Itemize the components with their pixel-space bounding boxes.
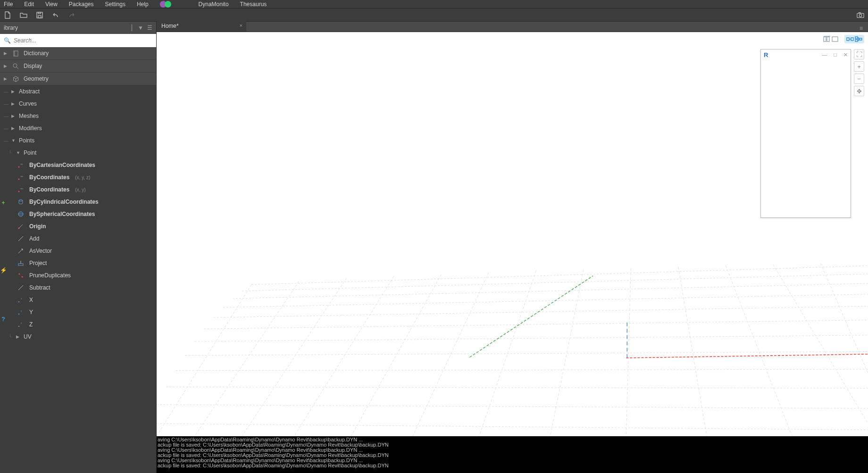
category-dictionary[interactable]: ▶ Dictionary bbox=[0, 47, 156, 60]
nav-cluster: ⛶ + − ✥ bbox=[854, 49, 865, 96]
menu-edit[interactable]: Edit bbox=[24, 1, 34, 8]
svg-text:xyz: xyz bbox=[20, 163, 23, 165]
badge-green bbox=[165, 1, 171, 8]
minimize-icon[interactable]: — bbox=[822, 52, 827, 58]
svg-line-30 bbox=[223, 294, 868, 307]
svg-point-25 bbox=[18, 326, 20, 327]
node-bysphericalcoordinates[interactable]: BySphericalCoordinates bbox=[0, 208, 156, 220]
svg-line-33 bbox=[194, 335, 868, 341]
node-asvector[interactable]: AsVector bbox=[0, 245, 156, 257]
sub-abstract[interactable]: —▶Abstract bbox=[0, 85, 156, 98]
node-add[interactable]: Add bbox=[0, 232, 156, 245]
tab-close-icon[interactable]: × bbox=[240, 23, 242, 28]
node-bycoordinates[interactable]: xyzByCoordinates(x, y, z) bbox=[0, 171, 156, 183]
origin-icon bbox=[17, 223, 25, 230]
save-file-icon[interactable] bbox=[36, 11, 43, 19]
node-bycoordinates[interactable]: xyzByCoordinates(x, y) bbox=[0, 183, 156, 196]
svg-text:x: x bbox=[21, 297, 22, 300]
sub-uv[interactable]: └▶UV bbox=[0, 331, 156, 343]
svg-rect-60 bbox=[860, 38, 862, 40]
node-subtract[interactable]: Subtract bbox=[0, 282, 156, 294]
node-label: BySphericalCoordinates bbox=[29, 211, 95, 217]
menu-packages[interactable]: Packages bbox=[69, 1, 94, 8]
zoom-out-button[interactable]: − bbox=[854, 74, 864, 84]
open-file-icon[interactable] bbox=[20, 11, 27, 19]
revit-logo: R bbox=[764, 51, 768, 58]
undo-icon[interactable] bbox=[52, 11, 59, 19]
sub-meshes[interactable]: —▶Meshes bbox=[0, 110, 156, 122]
fit-view-button[interactable]: ⛶ bbox=[854, 49, 864, 59]
sub-point[interactable]: └▼Point bbox=[0, 147, 156, 159]
svg-line-32 bbox=[204, 320, 868, 329]
node-hint: (x, y, z) bbox=[75, 175, 90, 180]
node-label: ByCylindricalCoordinates bbox=[29, 199, 99, 205]
node-origin[interactable]: Origin bbox=[0, 220, 156, 232]
filter-icon[interactable]: ⎪ bbox=[130, 25, 134, 31]
category-geometry[interactable]: ▶ Geometry bbox=[0, 73, 156, 85]
project-icon bbox=[17, 260, 25, 266]
axis-y-icon: y bbox=[17, 309, 25, 315]
maximize-icon[interactable]: □ bbox=[834, 52, 837, 58]
category-label: Display bbox=[24, 63, 42, 69]
svg-line-46 bbox=[550, 269, 583, 436]
svg-rect-56 bbox=[847, 38, 849, 41]
zoom-in-button[interactable]: + bbox=[854, 61, 864, 72]
svg-point-21 bbox=[18, 301, 20, 303]
node-label: PruneDuplicates bbox=[29, 272, 71, 279]
view-mode-graph[interactable] bbox=[844, 35, 864, 43]
node-x[interactable]: xX bbox=[0, 294, 156, 306]
sort-icon[interactable]: ▼ bbox=[138, 25, 143, 31]
node-bycylindricalcoordinates[interactable]: ByCylindricalCoordinates bbox=[0, 196, 156, 208]
menu-view[interactable]: View bbox=[45, 1, 58, 8]
prune-icon bbox=[17, 272, 25, 279]
node-z[interactable]: zZ bbox=[0, 318, 156, 331]
svg-line-47 bbox=[626, 268, 631, 436]
search-input[interactable] bbox=[14, 37, 152, 44]
svg-line-44 bbox=[413, 273, 489, 436]
tab-home[interactable]: Home* × bbox=[157, 21, 246, 32]
list-icon[interactable]: ☰ bbox=[147, 25, 152, 31]
svg-point-16 bbox=[18, 213, 23, 215]
cube-icon bbox=[12, 76, 19, 82]
new-file-icon[interactable] bbox=[4, 11, 11, 19]
sub-points[interactable]: —▼Points bbox=[0, 134, 156, 147]
category-label: Dictionary bbox=[24, 50, 49, 57]
redo-icon[interactable] bbox=[68, 11, 75, 19]
canvas-3d[interactable]: ⛶ + − ✥ R — □ ✕ bbox=[157, 32, 868, 436]
menu-settings[interactable]: Settings bbox=[105, 1, 125, 8]
node-pruneduplicates[interactable]: PruneDuplicates bbox=[0, 269, 156, 282]
svg-rect-18 bbox=[18, 264, 23, 266]
node-project[interactable]: Project bbox=[0, 257, 156, 269]
svg-point-14 bbox=[19, 200, 23, 201]
svg-rect-6 bbox=[14, 51, 18, 56]
svg-line-36 bbox=[166, 387, 868, 389]
category-display[interactable]: ▶ Display bbox=[0, 60, 156, 73]
close-icon[interactable]: ✕ bbox=[843, 52, 848, 58]
plugin-dynamonito[interactable]: DynaMonito bbox=[199, 1, 229, 8]
view-mode-geometry[interactable] bbox=[821, 35, 841, 43]
panel-titlebar: R — □ ✕ bbox=[761, 50, 851, 60]
svg-line-52 bbox=[470, 276, 593, 357]
node-label: ByCoordinates bbox=[29, 174, 69, 181]
chevron-right-icon: ▶ bbox=[4, 76, 8, 81]
node-label: Origin bbox=[29, 223, 46, 230]
svg-point-15 bbox=[18, 212, 23, 216]
node-y[interactable]: yY bbox=[0, 306, 156, 318]
sub-curves[interactable]: —▶Curves bbox=[0, 98, 156, 110]
plugin-thesaurus[interactable]: Thesaurus bbox=[240, 1, 267, 8]
svg-text:y: y bbox=[21, 309, 22, 312]
svg-text:z: z bbox=[21, 322, 22, 324]
pan-button[interactable]: ✥ bbox=[854, 86, 864, 96]
menu-file[interactable]: File bbox=[4, 1, 13, 8]
camera-icon[interactable] bbox=[857, 11, 864, 19]
svg-point-19 bbox=[19, 274, 20, 275]
tab-menu-icon[interactable]: ≡ bbox=[860, 25, 868, 32]
svg-line-38 bbox=[157, 423, 868, 430]
node-bycartesiancoordinates[interactable]: xyzByCartesianCoordinates bbox=[0, 159, 156, 171]
svg-text:xyz: xyz bbox=[20, 175, 23, 177]
library-search[interactable]: 🔍 bbox=[0, 34, 156, 47]
svg-line-49 bbox=[726, 266, 792, 436]
menu-help[interactable]: Help bbox=[137, 1, 149, 8]
revit-preview-panel[interactable]: R — □ ✕ bbox=[760, 49, 851, 218]
sub-modifiers[interactable]: —▶Modifiers bbox=[0, 122, 156, 134]
